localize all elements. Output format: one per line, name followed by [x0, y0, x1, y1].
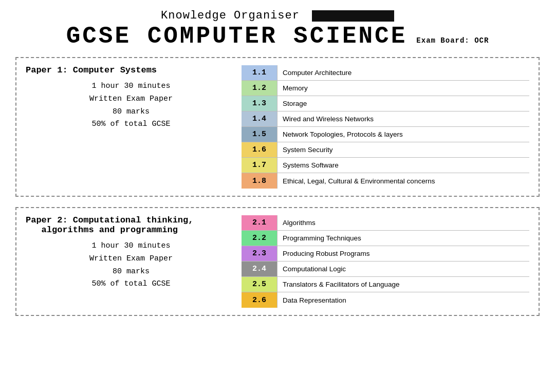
- topic-number: 1.8: [242, 173, 278, 189]
- topic-number: 1.7: [242, 158, 278, 173]
- topic-label: Ethical, Legal, Cultural & Environmental…: [278, 173, 529, 189]
- topic-label: Producing Robust Programs: [278, 246, 529, 261]
- topic-label: Computational Logic: [278, 262, 529, 276]
- paper1-left: Paper 1: Computer Systems 1 hour 30 minu…: [26, 65, 242, 131]
- table-row: 2.2Programming Techniques: [242, 231, 529, 246]
- table-row: 2.5Translators & Facilitators of Languag…: [242, 277, 529, 292]
- paper2-details: 1 hour 30 minutes Written Exam Paper 80 …: [26, 240, 236, 291]
- paper1-details: 1 hour 30 minutes Written Exam Paper 80 …: [26, 80, 236, 131]
- topic-label: System Security: [278, 142, 529, 157]
- exam-board: Exam Board: OCR: [416, 36, 489, 45]
- header: Knowledge Organiser GCSE COMPUTER SCIENC…: [15, 9, 540, 53]
- topic-number: 1.5: [242, 127, 278, 142]
- topic-number: 2.1: [242, 215, 278, 230]
- topic-number: 1.1: [242, 65, 278, 80]
- page: Knowledge Organiser GCSE COMPUTER SCIENC…: [0, 0, 555, 392]
- paper2-left: Paper 2: Computational thinking, algorit…: [26, 215, 242, 291]
- topic-label: Wired and Wireless Networks: [278, 111, 529, 126]
- table-row: 2.4Computational Logic: [242, 262, 529, 277]
- table-row: 2.1Algorithms: [242, 215, 529, 231]
- topic-number: 2.4: [242, 262, 278, 276]
- topic-label: Network Topologies, Protocols & layers: [278, 127, 529, 142]
- topic-number: 2.6: [242, 292, 278, 308]
- topic-label: Data Representation: [278, 292, 529, 308]
- topic-number: 1.4: [242, 111, 278, 126]
- topic-label: Programming Techniques: [278, 231, 529, 246]
- table-row: 1.5Network Topologies, Protocols & layer…: [242, 127, 529, 142]
- topic-number: 2.3: [242, 246, 278, 261]
- main-title: GCSE COMPUTER SCIENCE: [66, 23, 408, 50]
- table-row: 1.6System Security: [242, 142, 529, 158]
- topic-number: 1.2: [242, 81, 278, 96]
- table-row: 2.6Data Representation: [242, 292, 529, 308]
- table-row: 2.3Producing Robust Programs: [242, 246, 529, 262]
- table-row: 1.3Storage: [242, 96, 529, 111]
- topic-number: 1.3: [242, 96, 278, 111]
- knowledge-organiser-text: Knowledge Organiser: [161, 9, 300, 22]
- black-bar-decoration: [312, 10, 394, 22]
- topic-number: 2.5: [242, 277, 278, 292]
- table-row: 1.8Ethical, Legal, Cultural & Environmen…: [242, 173, 529, 189]
- topic-label: Memory: [278, 81, 529, 96]
- paper1-title: Paper 1: Computer Systems: [26, 65, 236, 75]
- topic-label: Computer Architecture: [278, 65, 529, 80]
- header-top: Knowledge Organiser: [15, 9, 540, 22]
- paper1-section: Paper 1: Computer Systems 1 hour 30 minu…: [15, 57, 540, 197]
- paper2-title: Paper 2: Computational thinking, algorit…: [26, 215, 236, 235]
- table-row: 1.7Systems Software: [242, 158, 529, 173]
- topic-label: Systems Software: [278, 158, 529, 173]
- topic-number: 2.2: [242, 231, 278, 246]
- paper1-topics: 1.1Computer Architecture1.2Memory1.3Stor…: [242, 65, 529, 189]
- topic-number: 1.6: [242, 142, 278, 157]
- topic-label: Storage: [278, 96, 529, 111]
- paper2-topics: 2.1Algorithms2.2Programming Techniques2.…: [242, 215, 529, 308]
- table-row: 1.4Wired and Wireless Networks: [242, 111, 529, 127]
- topic-label: Translators & Facilitators of Language: [278, 277, 529, 292]
- table-row: 1.2Memory: [242, 81, 529, 96]
- paper2-section: Paper 2: Computational thinking, algorit…: [15, 207, 540, 316]
- table-row: 1.1Computer Architecture: [242, 65, 529, 81]
- topic-label: Algorithms: [278, 215, 529, 230]
- main-title-row: GCSE COMPUTER SCIENCE Exam Board: OCR: [15, 23, 540, 50]
